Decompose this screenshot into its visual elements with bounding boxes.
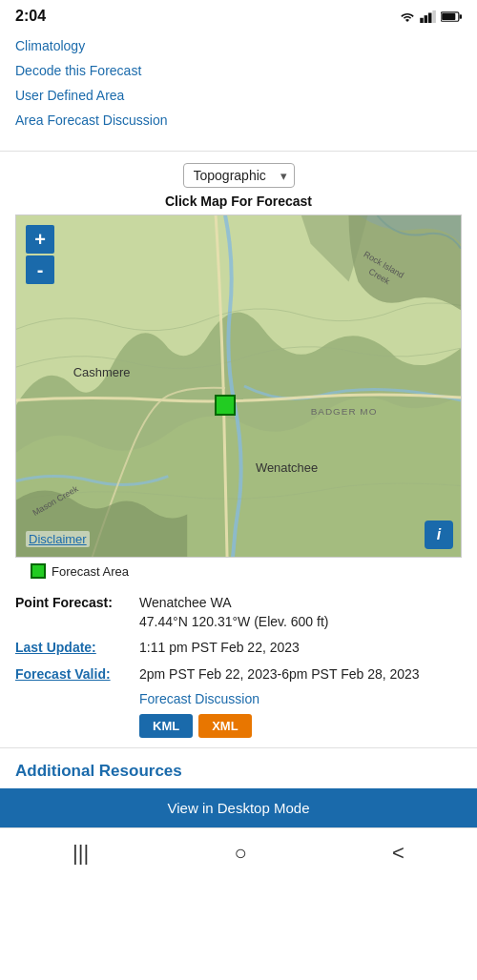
forecast-area-marker <box>215 395 236 416</box>
map-controls-row: Topographic Street Satellite <box>15 163 462 188</box>
last-update-label[interactable]: Last Update: <box>15 639 139 658</box>
map-type-dropdown-wrapper[interactable]: Topographic Street Satellite <box>183 163 295 188</box>
decode-forecast-link[interactable]: Decode this Forecast <box>15 63 462 78</box>
forecast-discussion-link[interactable]: Forecast Discussion <box>139 691 462 706</box>
map-legend: Forecast Area <box>15 558 462 584</box>
forecast-location: Wenatchee WA <box>139 595 232 610</box>
svg-rect-2 <box>428 13 432 24</box>
section-links: Decode this Forecast User Defined Area A… <box>15 63 462 128</box>
map-type-dropdown[interactable]: Topographic Street Satellite <box>183 163 295 188</box>
additional-resources-section: Additional Resources <box>0 747 477 788</box>
user-defined-area-link[interactable]: User Defined Area <box>15 88 462 103</box>
nav-back-icon[interactable]: < <box>392 841 404 866</box>
last-update-value: 1:11 pm PST Feb 22, 2023 <box>139 639 462 658</box>
legend-icon <box>31 563 46 579</box>
svg-rect-6 <box>442 12 455 19</box>
svg-rect-5 <box>460 14 462 19</box>
status-icons <box>399 10 462 23</box>
additional-resources-title: Additional Resources <box>15 762 182 780</box>
area-forecast-discussion-link[interactable]: Area Forecast Discussion <box>15 112 462 128</box>
forecast-valid-row: Forecast Valid: 2pm PST Feb 22, 2023-6pm… <box>15 665 462 684</box>
wifi-icon <box>399 10 416 23</box>
format-buttons: KML XML <box>139 714 462 738</box>
forecast-valid-label[interactable]: Forecast Valid: <box>15 665 139 684</box>
xml-button[interactable]: XML <box>198 714 251 738</box>
zoom-in-button[interactable]: + <box>26 225 54 254</box>
svg-rect-0 <box>420 18 424 23</box>
forecast-coords: 47.44°N 120.31°W (Elev. 600 ft) <box>139 614 328 629</box>
topo-map-background: Cashmere Wenatchee BADGER MO Rock Island… <box>16 215 461 557</box>
bottom-nav: ||| ○ < <box>0 827 477 877</box>
last-update-row: Last Update: 1:11 pm PST Feb 22, 2023 <box>15 639 462 658</box>
forecast-valid-link-text[interactable]: Forecast Valid: <box>15 666 111 682</box>
top-links-section: Climatology Decode this Forecast User De… <box>0 31 477 152</box>
zoom-out-button[interactable]: - <box>26 255 54 284</box>
status-time: 2:04 <box>15 8 46 25</box>
disclaimer-link[interactable]: Disclaimer <box>26 531 90 547</box>
nav-home-icon[interactable]: ○ <box>234 841 246 866</box>
legend-label: Forecast Area <box>52 564 129 579</box>
last-update-link-text[interactable]: Last Update: <box>15 640 96 655</box>
map-caption: Click Map For Forecast <box>15 194 462 209</box>
signal-icon <box>420 10 437 23</box>
forecast-info: Point Forecast: Wenatchee WA 47.44°N 120… <box>0 584 477 747</box>
point-forecast-row: Point Forecast: Wenatchee WA 47.44°N 120… <box>15 594 462 631</box>
map-container[interactable]: Cashmere Wenatchee BADGER MO Rock Island… <box>15 214 462 558</box>
kml-button[interactable]: KML <box>139 714 193 738</box>
svg-text:Wenatchee: Wenatchee <box>256 460 318 475</box>
battery-icon <box>441 10 462 23</box>
map-section: Topographic Street Satellite Click Map F… <box>0 152 477 584</box>
forecast-valid-value: 2pm PST Feb 22, 2023-6pm PST Feb 28, 202… <box>139 665 462 684</box>
svg-text:Cashmere: Cashmere <box>73 365 131 379</box>
status-bar: 2:04 <box>0 0 477 31</box>
svg-text:BADGER MO: BADGER MO <box>311 406 378 417</box>
map-zoom-controls: + - <box>26 225 54 284</box>
desktop-mode-bar[interactable]: View in Desktop Mode <box>0 788 477 827</box>
svg-rect-1 <box>425 15 428 23</box>
point-forecast-value: Wenatchee WA 47.44°N 120.31°W (Elev. 600… <box>139 594 462 631</box>
svg-rect-3 <box>432 10 436 23</box>
nav-menu-icon[interactable]: ||| <box>73 841 89 866</box>
map-info-button[interactable]: i <box>425 521 453 549</box>
point-forecast-label: Point Forecast: <box>15 594 139 631</box>
climatology-link[interactable]: Climatology <box>15 38 462 53</box>
